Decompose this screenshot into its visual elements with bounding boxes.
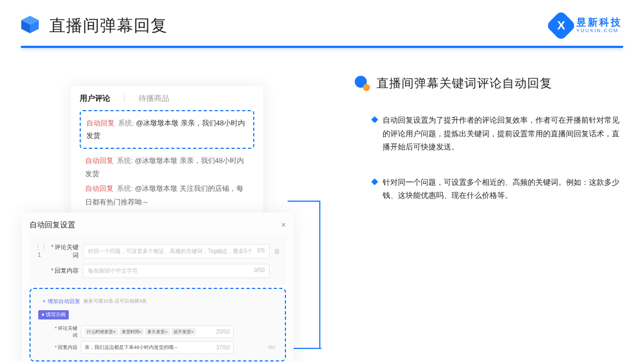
example-content-box: 亲，我们这边都是下单48小时内发货的哦～ 37/50 — [81, 341, 234, 354]
keyword-counter: 0/5 — [257, 248, 265, 255]
highlighted-comment: 自动回复 系统: @冰墩墩本墩 亲亲，我们48小时内发货 — [80, 110, 254, 149]
example-content-row: *回复内容 亲，我们这边都是下单48小时内发货的哦～ 37/50 /50 — [50, 341, 281, 354]
comment-line-highlight: 自动回复 系统: @冰墩墩本墩 亲亲，我们48小时内发货 — [86, 117, 248, 142]
bubble-icon — [355, 76, 370, 91]
close-icon[interactable]: × — [281, 220, 286, 230]
settings-panel: 自动回复设置 × ⋮⋮ 1 *评论关键词 对同一个问题，可设置多个相近、高频的关… — [22, 213, 294, 362]
bullet-item: 自动回复设置为了提升作者的评论回复效率，作者可在开播前针对常见的评论用户问题，提… — [355, 113, 622, 154]
left-column: 用户评论 | 待播商品 自动回复 系统: @冰墩墩本墩 亲亲，我们48小时内发货… — [22, 75, 311, 362]
form-block: ⋮⋮ 1 *评论关键词 对同一个问题，可设置多个相近、高频的关键词，Tag确定，… — [29, 236, 286, 286]
keyword-input[interactable]: 对同一个问题，可设置多个相近、高频的关键词，Tag确定，最多5个 0/5 — [83, 244, 270, 258]
settings-title: 自动回复设置 — [29, 220, 75, 230]
comment-row: 自动回复 系统: @冰墩墩本墩 亲亲，我们48小时内发货 — [85, 154, 249, 181]
comments-panel: 用户评论 | 待播商品 自动回复 系统: @冰墩墩本墩 亲亲，我们48小时内发货… — [71, 86, 263, 218]
page-title: 直播间弹幕回复 — [49, 15, 168, 37]
keyword-label: *评论关键词 — [48, 243, 79, 260]
chip[interactable]: 多久发货× — [145, 328, 170, 335]
brand-text: 昱新科技 YUUXIN.COM — [576, 17, 622, 34]
content-row: *回复内容 每条限50个中文字符 0/50 🗑 — [32, 264, 284, 278]
row-index: ⋮⋮ 1 — [35, 244, 44, 258]
comment-row: 自动回复 系统: @冰墩墩本墩 关注我们的店铺，每日都有热门推荐呦～ — [85, 182, 249, 209]
comment-list: 自动回复 系统: @冰墩墩本墩 亲亲，我们48小时内发货 自动回复 系统: @冰… — [80, 154, 254, 209]
content: 用户评论 | 待播商品 自动回复 系统: @冰墩墩本墩 亲亲，我们48小时内发货… — [0, 48, 644, 362]
brand-logo: X 昱新科技 YUUXIN.COM — [550, 15, 622, 37]
auto-reply-tag: 自动回复 — [85, 184, 114, 192]
auto-reply-tag: 自动回复 — [86, 119, 115, 127]
example-keyword-box: 什么时候发货× 发货时间× 多久发货× 还不发货× 20/50 — [81, 325, 234, 338]
example-keyword-row: *评论关键词 什么时候发货× 发货时间× 多久发货× 还不发货× 20/50 — [50, 325, 281, 339]
right-column: 直播间弹幕关键词评论自动回复 自动回复设置为了提升作者的评论回复效率，作者可在开… — [333, 75, 622, 362]
header-left: 直播间弹幕回复 — [19, 14, 168, 38]
bullet-text: 针对同一个问题，可设置多个相近的、高频的关键词。例如：这款多少钱、这块能优惠吗、… — [383, 176, 622, 202]
content-input[interactable]: 每条限50个中文字符 0/50 — [83, 264, 270, 278]
bullet-text: 自动回复设置为了提升作者的评论回复效率，作者可在开播前针对常见的评论用户问题，提… — [383, 113, 622, 154]
example-block: + 增加自动回复 最多可建10条 还可以创建9条 ● 填写示例 *评论关键词 什… — [29, 288, 286, 361]
chip[interactable]: 还不发货× — [171, 328, 196, 335]
example-ct-counter: 37/50 — [216, 345, 230, 351]
cube-icon — [19, 14, 41, 38]
content-counter: 0/50 — [254, 267, 265, 275]
add-autoreply[interactable]: + 增加自动回复 最多可建10条 还可以创建9条 — [43, 298, 281, 305]
system-label: 系统: — [117, 156, 133, 165]
bullet-item: 针对同一个问题，可设置多个相近的、高频的关键词。例如：这款多少钱、这块能优惠吗、… — [355, 176, 622, 202]
chip[interactable]: 发货时间× — [120, 328, 144, 335]
keyword-row: ⋮⋮ 1 *评论关键词 对同一个问题，可设置多个相近、高频的关键词，Tag确定，… — [32, 243, 284, 260]
brand-mark: X — [546, 10, 577, 41]
delete-icon[interactable]: 🗑 — [274, 248, 281, 255]
settings-header: 自动回复设置 × — [29, 220, 286, 236]
system-label: 系统: — [118, 119, 134, 127]
brand-name-en: YUUXIN.COM — [576, 28, 622, 34]
outer-counter: /50 — [268, 345, 275, 350]
brand-name-cn: 昱新科技 — [576, 17, 622, 28]
section-title-row: 直播间弹幕关键词评论自动回复 — [355, 75, 622, 92]
chip[interactable]: 什么时候发货× — [85, 328, 118, 335]
system-label: 系统: — [117, 184, 133, 192]
example-kw-counter: 20/50 — [216, 329, 230, 335]
tab-user-comments[interactable]: 用户评论 — [80, 94, 110, 104]
tab-row: 用户评论 | 待播商品 — [80, 94, 254, 104]
tab-pending-goods[interactable]: 待播商品 — [139, 94, 169, 104]
section-title: 直播间弹幕关键词评论自动回复 — [377, 75, 552, 92]
example-badge: ● 填写示例 — [38, 310, 69, 319]
diamond-icon — [371, 178, 378, 185]
auto-reply-tag: 自动回复 — [85, 156, 114, 165]
chip-list: 什么时候发货× 发货时间× 多久发货× 还不发货× — [85, 328, 196, 335]
content-label: *回复内容 — [48, 267, 79, 275]
page-header: 直播间弹幕回复 X 昱新科技 YUUXIN.COM — [0, 0, 644, 46]
diamond-icon — [371, 116, 378, 123]
add-hint: 最多可建10条 还可以创建9条 — [84, 298, 147, 305]
